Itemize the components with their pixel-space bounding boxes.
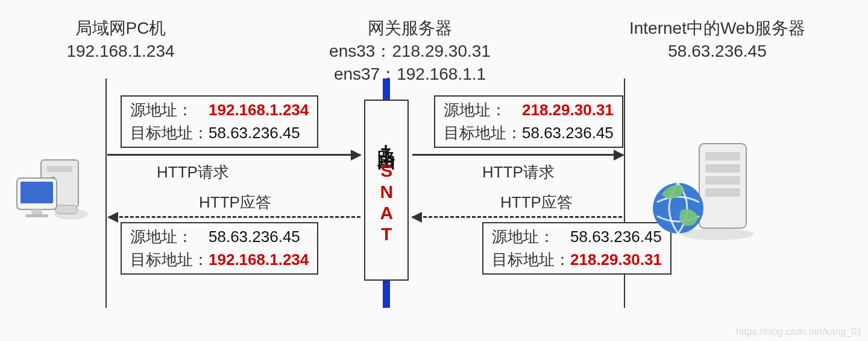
web-server-title: Internet中的Web服务器 xyxy=(561,17,868,40)
packet-response-lan: 源地址：58.63.236.45 目标地址：192.168.1.234 xyxy=(121,222,318,275)
arrow-response-right xyxy=(412,216,622,218)
svg-rect-8 xyxy=(25,214,48,217)
packet-request-wan: 源地址：218.29.30.31 目标地址：58.63.236.45 xyxy=(434,95,623,148)
svg-rect-13 xyxy=(705,188,740,197)
svg-rect-11 xyxy=(705,164,740,173)
svg-point-14 xyxy=(681,228,753,240)
svg-rect-7 xyxy=(31,209,42,214)
pkt2-dst: 58.63.236.45 xyxy=(522,124,614,142)
packet-request-lan: 源地址：192.168.1.234 目标地址：58.63.236.45 xyxy=(121,95,318,148)
node-gateway: 网关服务器 ens33：218.29.30.31 ens37：192.168.1… xyxy=(241,17,579,85)
pkt1-dst: 58.63.236.45 xyxy=(209,124,300,142)
svg-rect-10 xyxy=(705,152,740,161)
gateway-if2: ens37：192.168.1.1 xyxy=(241,63,579,86)
lan-pc-title: 局域网PC机 xyxy=(0,17,241,40)
svg-rect-6 xyxy=(20,182,53,203)
snat-box: 路由 + SNAT xyxy=(364,100,409,281)
node-web-server: Internet中的Web服务器 58.63.236.45 xyxy=(561,17,868,63)
packet-response-wan: 源地址：58.63.236.45 目标地址：218.29.30.31 xyxy=(482,222,671,275)
lan-pc-ip: 192.168.1.234 xyxy=(0,40,241,63)
pkt1-src: 192.168.1.234 xyxy=(209,101,309,119)
pkt2-src: 218.29.30.31 xyxy=(522,101,614,119)
caption-request-left: HTTP请求 xyxy=(157,162,229,183)
web-server-ip: 58.63.236.45 xyxy=(561,40,868,63)
watermark: https://blog.csdn.net/kang_01 xyxy=(736,327,862,337)
snat-box-bottom: SNAT xyxy=(375,161,398,245)
pkt4-dst: 218.29.30.31 xyxy=(570,250,662,269)
arrow-request-left xyxy=(107,154,360,156)
arrow-response-left xyxy=(108,216,360,218)
gateway-title: 网关服务器 xyxy=(241,17,579,40)
pkt3-src: 58.63.236.45 xyxy=(209,228,300,246)
pc-icon xyxy=(12,154,96,238)
lifeline-client xyxy=(105,78,107,308)
caption-response-right: HTTP应答 xyxy=(500,192,573,213)
gateway-if1: ens33：218.29.30.31 xyxy=(241,40,579,63)
node-lan-pc: 局域网PC机 192.168.1.234 xyxy=(0,17,241,63)
caption-request-right: HTTP请求 xyxy=(482,162,555,183)
arrow-request-right xyxy=(412,154,623,156)
pkt3-dst: 192.168.1.234 xyxy=(209,250,309,269)
snat-box-plus: + xyxy=(380,138,392,161)
caption-response-left: HTTP应答 xyxy=(199,192,271,213)
server-icon xyxy=(645,139,760,247)
svg-rect-4 xyxy=(55,205,77,214)
svg-rect-12 xyxy=(705,176,740,185)
svg-rect-1 xyxy=(47,166,72,172)
